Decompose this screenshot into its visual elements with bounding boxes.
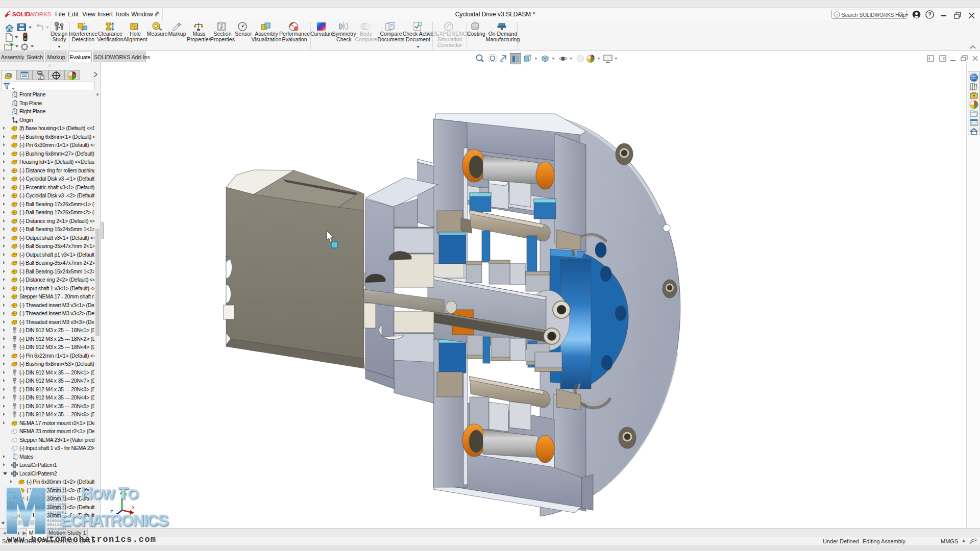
svg-text:WORKS: WORKS xyxy=(29,11,52,17)
svg-text:J: J xyxy=(220,24,223,30)
svg-text:?: ? xyxy=(928,12,932,17)
svg-text:X: X xyxy=(132,505,135,510)
svg-text:SOLID: SOLID xyxy=(12,11,30,17)
svg-text:?: ? xyxy=(836,13,838,17)
